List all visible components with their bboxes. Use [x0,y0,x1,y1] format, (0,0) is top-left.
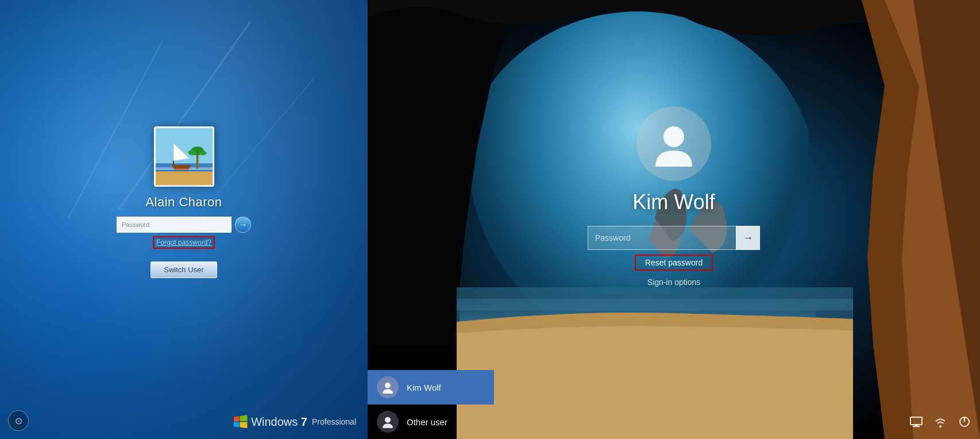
svg-rect-9 [156,169,213,170]
win10-user-name-0: Kim Wolf [407,383,441,392]
win10-user-name-1: Other user [407,417,447,427]
win10-password-input[interactable] [588,226,736,250]
win10-user-avatar-0 [377,376,399,398]
win7-forgot-wrapper: Forgot password? [153,236,215,249]
user-icon-1 [381,415,394,428]
win10-user-avatar-1 [377,411,399,433]
win7-submit-button[interactable]: → [235,217,251,233]
win7-logo-bar: Windows 7 Professional [234,415,356,429]
accessibility-icon: ⊙ [15,415,22,426]
windows-logo-icon [234,415,248,429]
svg-point-14 [385,417,391,423]
arrow-icon: → [239,220,247,229]
win10-power-icon[interactable] [958,415,971,431]
svg-point-7 [199,151,206,156]
win7-brand-text: Windows 7 [251,415,307,429]
svg-point-13 [385,383,391,388]
win7-login-content: Alain Charon → Forgot password? Switch U… [117,126,251,278]
win10-user-item-1[interactable]: Other user [368,405,494,439]
win10-monitor-icon[interactable] [910,417,923,430]
win7-password-input[interactable] [117,217,232,233]
win10-panel: Kim Wolf → Reset password Sign-in option… [368,0,980,439]
svg-rect-3 [156,171,213,185]
win10-user-list: Kim Wolf Other user [368,370,494,439]
win10-avatar [636,106,711,181]
svg-point-12 [663,126,684,147]
win10-reset-password-button[interactable]: Reset password [635,255,713,271]
win10-user-item-0[interactable]: Kim Wolf [368,370,494,405]
win7-username: Alain Charon [145,195,222,210]
svg-rect-17 [913,426,920,427]
win10-login-area: Kim Wolf → Reset password Sign-in option… [588,106,760,287]
svg-point-18 [939,425,942,428]
win7-password-row: → [117,217,251,233]
win10-signin-options-link[interactable]: Sign-in options [647,278,701,287]
user-avatar-icon [651,121,697,167]
win7-panel: Alain Charon → Forgot password? Switch U… [0,0,368,439]
svg-rect-8 [173,161,174,165]
win7-version-number: 7 [301,415,307,428]
win7-forgot-password-link[interactable]: Forgot password? [153,236,215,249]
win10-system-icons [910,415,971,431]
svg-rect-11 [457,299,853,310]
svg-rect-15 [910,417,922,425]
svg-point-6 [188,150,196,155]
win7-accessibility-button[interactable]: ⊙ [8,410,29,431]
user-icon-0 [381,381,394,394]
win10-username: Kim Wolf [632,190,715,214]
win7-avatar [154,126,214,187]
arrow-right-icon: → [743,232,753,244]
win10-password-row: → [588,226,760,250]
main-container: Alain Charon → Forgot password? Switch U… [0,0,980,439]
win7-edition-text: Professional [312,417,356,426]
win10-network-icon[interactable] [934,416,947,430]
svg-rect-16 [915,425,918,426]
win10-submit-button[interactable]: → [736,226,760,250]
win7-switch-user-button[interactable]: Switch User [151,261,217,278]
